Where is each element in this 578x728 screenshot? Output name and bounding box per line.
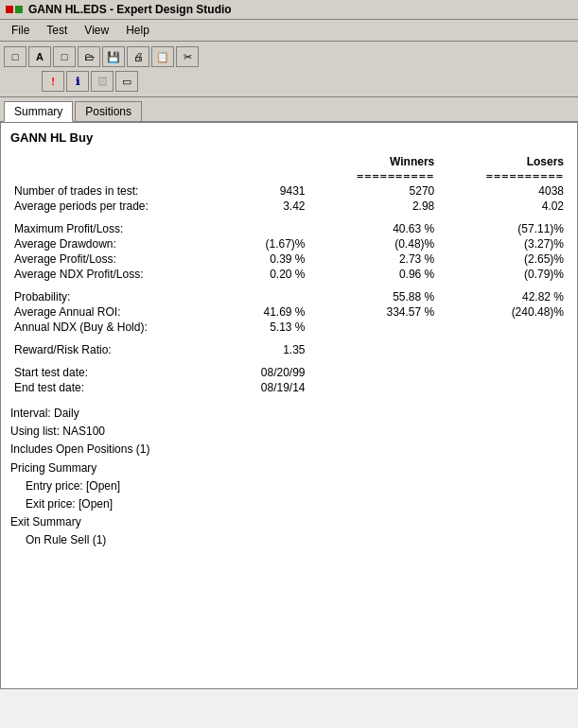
table-row: Average Profit/Loss: 0.39 % 2.73 % (2.65… bbox=[10, 251, 568, 267]
val-avg-pl-losers: (2.65)% bbox=[438, 251, 568, 267]
val-avg-dd-winners: (0.48)% bbox=[309, 236, 439, 251]
val-avg-dd-total: (1.67)% bbox=[209, 236, 308, 251]
val-avg-roi-winners: 334.57 % bbox=[309, 304, 439, 320]
table-row: Start test date: 08/20/99 bbox=[10, 365, 568, 380]
header-winners: Winners bbox=[309, 154, 439, 168]
label-trades: Number of trades in test: bbox=[10, 183, 209, 199]
info-open-positions: Includes Open Positions (1) bbox=[10, 441, 568, 459]
val-annual-ndx-losers bbox=[438, 320, 568, 335]
table-row: Maximum Profit/Loss: 40.63 % (57.11)% bbox=[10, 221, 568, 236]
val-avg-dd-losers: (3.27)% bbox=[438, 236, 568, 251]
menu-view[interactable]: View bbox=[77, 22, 116, 39]
table-row: Average NDX Profit/Loss: 0.20 % 0.96 % (… bbox=[10, 267, 568, 282]
val-probability-total bbox=[209, 289, 308, 304]
toolbar-rectangle-btn[interactable]: □ bbox=[4, 46, 26, 67]
val-annual-ndx-winners bbox=[309, 320, 439, 335]
val-avg-periods-winners: 2.98 bbox=[309, 199, 439, 214]
menu-file[interactable]: File bbox=[4, 22, 37, 39]
info-on-rule-sell: On Rule Sell (1) bbox=[10, 531, 568, 549]
table-row: Annual NDX (Buy & Hold): 5.13 % bbox=[10, 320, 568, 335]
info-exit-price: Exit price: [Open] bbox=[10, 495, 568, 513]
toolbar-new-btn[interactable]: □ bbox=[53, 46, 76, 67]
title-bar-text: GANN HL.EDS - Expert Design Studio bbox=[28, 3, 232, 16]
main-content: GANN HL Buy Winners Losers ========== ==… bbox=[0, 122, 578, 689]
val-avg-ndx-pl-winners: 0.96 % bbox=[309, 267, 439, 282]
separator-winners: ========== bbox=[309, 168, 439, 183]
val-max-pl-total bbox=[209, 221, 308, 236]
label-probability: Probability: bbox=[10, 289, 209, 304]
val-rr-ratio-total: 1.35 bbox=[209, 342, 308, 357]
table-row: Average Drawdown: (1.67)% (0.48)% (3.27)… bbox=[10, 236, 568, 251]
toolbar-save-btn[interactable]: 💾 bbox=[102, 46, 125, 67]
val-avg-periods-total: 3.42 bbox=[209, 199, 308, 214]
val-max-pl-winners: 40.63 % bbox=[309, 221, 439, 236]
toolbar-frame-btn[interactable]: ▭ bbox=[115, 71, 138, 92]
menu-bar: File Test View Help bbox=[0, 20, 578, 42]
table-row: Reward/Risk Ratio: 1.35 bbox=[10, 342, 568, 357]
val-avg-ndx-pl-losers: (0.79)% bbox=[438, 267, 568, 282]
val-max-pl-losers: (57.11)% bbox=[438, 221, 568, 236]
toolbar-open-btn[interactable]: 🗁 bbox=[78, 46, 100, 67]
toolbar-print-btn[interactable]: 🖨 bbox=[127, 46, 149, 67]
info-pricing-summary: Pricing Summary bbox=[10, 459, 568, 477]
label-avg-dd: Average Drawdown: bbox=[10, 236, 209, 251]
table-row: Number of trades in test: 9431 5270 4038 bbox=[10, 183, 568, 199]
header-col1 bbox=[10, 154, 209, 168]
val-avg-roi-total: 41.69 % bbox=[209, 304, 308, 320]
val-annual-ndx-total: 5.13 % bbox=[209, 320, 308, 335]
label-avg-periods: Average periods per trade: bbox=[10, 199, 209, 214]
data-table: Winners Losers ========== ========== Num… bbox=[10, 154, 568, 395]
val-trades-winners: 5270 bbox=[309, 183, 439, 199]
header-col2 bbox=[209, 154, 308, 168]
info-interval: Interval: Daily bbox=[10, 405, 568, 423]
menu-test[interactable]: Test bbox=[39, 22, 75, 39]
val-avg-pl-winners: 2.73 % bbox=[309, 251, 439, 267]
val-avg-roi-losers: (240.48)% bbox=[438, 304, 568, 320]
label-start-date: Start test date: bbox=[10, 365, 209, 380]
table-row: Average periods per trade: 3.42 2.98 4.0… bbox=[10, 199, 568, 214]
info-section: Interval: Daily Using list: NAS100 Inclu… bbox=[10, 405, 568, 550]
val-start-date: 08/20/99 bbox=[209, 365, 308, 380]
app-icon bbox=[6, 6, 23, 13]
info-exit-summary: Exit Summary bbox=[10, 513, 568, 531]
tab-bar: Summary Positions bbox=[0, 97, 578, 122]
toolbar-text-btn[interactable]: A bbox=[28, 46, 51, 67]
toolbar-info-btn[interactable]: ℹ bbox=[66, 71, 89, 92]
val-end-date: 08/19/14 bbox=[209, 380, 308, 395]
info-using-list: Using list: NAS100 bbox=[10, 423, 568, 441]
val-trades-losers: 4038 bbox=[438, 183, 568, 199]
toolbar-scissors-btn[interactable]: ✂ bbox=[176, 46, 199, 67]
label-avg-roi: Average Annual ROI: bbox=[10, 304, 209, 320]
table-row: End test date: 08/19/14 bbox=[10, 380, 568, 395]
val-probability-winners: 55.88 % bbox=[309, 289, 439, 304]
table-row: Probability: 55.88 % 42.82 % bbox=[10, 289, 568, 304]
val-avg-ndx-pl-total: 0.20 % bbox=[209, 267, 308, 282]
label-annual-ndx: Annual NDX (Buy & Hold): bbox=[10, 320, 209, 335]
spacer-row bbox=[10, 214, 568, 221]
table-header-row: Winners Losers bbox=[10, 154, 568, 168]
toolbar-row1: □ A □ 🗁 💾 🖨 📋 ✂ bbox=[4, 44, 574, 69]
tab-summary[interactable]: Summary bbox=[4, 101, 73, 122]
title-bar: GANN HL.EDS - Expert Design Studio bbox=[0, 0, 578, 20]
spacer-row bbox=[10, 335, 568, 342]
menu-help[interactable]: Help bbox=[118, 22, 157, 39]
toolbar: □ A □ 🗁 💾 🖨 📋 ✂ ! ℹ 🖼 ▭ bbox=[0, 42, 578, 97]
label-end-date: End test date: bbox=[10, 380, 209, 395]
val-avg-pl-total: 0.39 % bbox=[209, 251, 308, 267]
table-separator-row: ========== ========== bbox=[10, 168, 568, 183]
spacer-row bbox=[10, 357, 568, 365]
strategy-title: GANN HL Buy bbox=[10, 130, 568, 145]
label-rr-ratio: Reward/Risk Ratio: bbox=[10, 342, 209, 357]
toolbar-copy-btn[interactable]: 📋 bbox=[151, 46, 174, 67]
toolbar-image-btn[interactable]: 🖼 bbox=[91, 71, 114, 92]
header-losers: Losers bbox=[438, 154, 568, 168]
spacer-row bbox=[10, 282, 568, 289]
label-max-pl: Maximum Profit/Loss: bbox=[10, 221, 209, 236]
label-avg-pl: Average Profit/Loss: bbox=[10, 251, 209, 267]
tab-positions[interactable]: Positions bbox=[75, 101, 142, 121]
val-avg-periods-losers: 4.02 bbox=[438, 199, 568, 214]
val-trades-total: 9431 bbox=[209, 183, 308, 199]
label-avg-ndx-pl: Average NDX Profit/Loss: bbox=[10, 267, 209, 282]
table-row: Average Annual ROI: 41.69 % 334.57 % (24… bbox=[10, 304, 568, 320]
toolbar-exclaim-btn[interactable]: ! bbox=[42, 71, 64, 92]
